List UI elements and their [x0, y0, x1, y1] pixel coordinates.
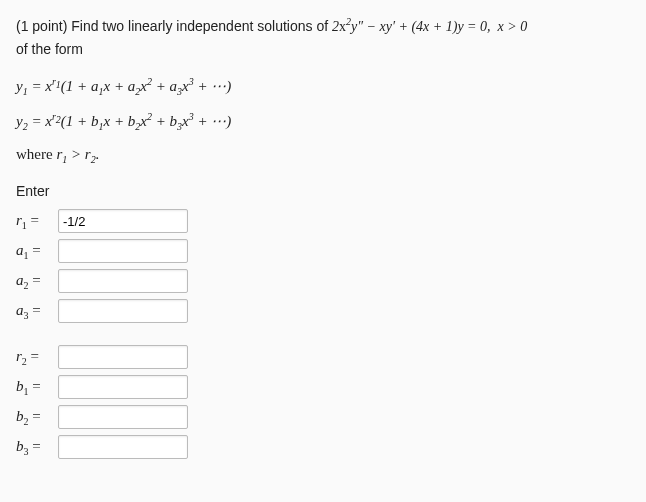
input-b1[interactable] — [58, 375, 188, 399]
input-a2[interactable] — [58, 269, 188, 293]
page: (1 point) Find two linearly independent … — [0, 0, 646, 502]
label-b2: b2 = — [16, 408, 58, 427]
row-r2: r2 = — [16, 345, 630, 369]
label-b3: b3 = — [16, 438, 58, 457]
row-a3: a3 = — [16, 299, 630, 323]
input-a1[interactable] — [58, 239, 188, 263]
group-a: r1 = a1 = a2 = a3 = — [16, 209, 630, 323]
where-clause: where r1 > r2. — [16, 146, 630, 165]
enter-label: Enter — [16, 183, 630, 199]
y1-equation: y1 = xr1(1 + a1x + a2x2 + a3x3 + ⋯) — [16, 76, 630, 97]
points-label: (1 point) — [16, 18, 67, 34]
label-a3: a3 = — [16, 302, 58, 321]
input-a3[interactable] — [58, 299, 188, 323]
row-b2: b2 = — [16, 405, 630, 429]
label-r2: r2 = — [16, 348, 58, 367]
problem-tail: of the form — [16, 41, 83, 57]
row-a2: a2 = — [16, 269, 630, 293]
input-b3[interactable] — [58, 435, 188, 459]
row-b1: b1 = — [16, 375, 630, 399]
label-b1: b1 = — [16, 378, 58, 397]
y2-equation: y2 = xr2(1 + b1x + b2x2 + b3x3 + ⋯) — [16, 111, 630, 132]
row-a1: a1 = — [16, 239, 630, 263]
group-b: r2 = b1 = b2 = b3 = — [16, 345, 630, 459]
row-r1: r1 = — [16, 209, 630, 233]
ode-equation: 2x2y″ − xy′ + (4x + 1)y = 0, x > 0 — [332, 19, 527, 34]
input-b2[interactable] — [58, 405, 188, 429]
label-a1: a1 = — [16, 242, 58, 261]
input-r1[interactable] — [58, 209, 188, 233]
row-b3: b3 = — [16, 435, 630, 459]
label-r1: r1 = — [16, 212, 58, 231]
label-a2: a2 = — [16, 272, 58, 291]
problem-lead: Find two linearly independent solutions … — [67, 18, 332, 34]
problem-statement: (1 point) Find two linearly independent … — [16, 14, 630, 60]
input-r2[interactable] — [58, 345, 188, 369]
